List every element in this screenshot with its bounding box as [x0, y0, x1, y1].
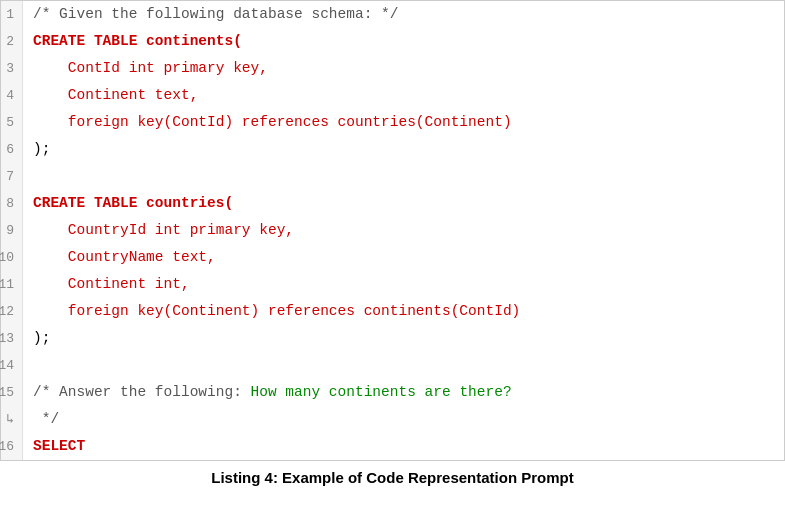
line-number: 9: [1, 217, 23, 244]
code-line: 9 CountryId int primary key,: [1, 217, 784, 244]
line-number: 5: [1, 109, 23, 136]
line-content: CREATE TABLE continents(: [23, 28, 784, 55]
line-number: 12: [1, 298, 23, 325]
line-number: ↳: [1, 406, 23, 433]
code-line: 15/* Answer the following: How many cont…: [1, 379, 784, 406]
code-line: 13);: [1, 325, 784, 352]
line-number: 16: [1, 433, 23, 460]
line-content: [23, 352, 784, 379]
code-line: 10 CountryName text,: [1, 244, 784, 271]
line-content: */: [23, 406, 784, 433]
line-number: 8: [1, 190, 23, 217]
code-line: 11 Continent int,: [1, 271, 784, 298]
line-content: ContId int primary key,: [23, 55, 784, 82]
code-line: 12 foreign key(Continent) references con…: [1, 298, 784, 325]
code-container: 1/* Given the following database schema:…: [0, 0, 785, 461]
code-line: 6);: [1, 136, 784, 163]
line-content: );: [23, 325, 784, 352]
line-content: CountryId int primary key,: [23, 217, 784, 244]
line-number: 10: [1, 244, 23, 271]
line-number: 3: [1, 55, 23, 82]
line-content: foreign key(ContId) references countries…: [23, 109, 784, 136]
code-line: 2CREATE TABLE continents(: [1, 28, 784, 55]
line-content: Continent text,: [23, 82, 784, 109]
line-number: 11: [1, 271, 23, 298]
code-line: 14: [1, 352, 784, 379]
code-line: 8CREATE TABLE countries(: [1, 190, 784, 217]
line-content: );: [23, 136, 784, 163]
line-content: /* Answer the following: How many contin…: [23, 379, 784, 406]
code-line: 16SELECT: [1, 433, 784, 460]
code-line: 4 Continent text,: [1, 82, 784, 109]
code-line: 3 ContId int primary key,: [1, 55, 784, 82]
line-content: SELECT: [23, 433, 784, 460]
line-content: Continent int,: [23, 271, 784, 298]
code-line: 1/* Given the following database schema:…: [1, 1, 784, 28]
code-block: 1/* Given the following database schema:…: [1, 1, 784, 460]
line-number: 14: [1, 352, 23, 379]
code-line: 5 foreign key(ContId) references countri…: [1, 109, 784, 136]
line-content: [23, 163, 784, 190]
line-content: /* Given the following database schema: …: [23, 1, 784, 28]
line-number: 7: [1, 163, 23, 190]
line-number: 13: [1, 325, 23, 352]
line-number: 4: [1, 82, 23, 109]
code-line: 7: [1, 163, 784, 190]
line-number: 2: [1, 28, 23, 55]
line-number: 6: [1, 136, 23, 163]
code-line: ↳ */: [1, 406, 784, 433]
line-content: foreign key(Continent) references contin…: [23, 298, 784, 325]
line-number: 15: [1, 379, 23, 406]
line-content: CountryName text,: [23, 244, 784, 271]
line-number: 1: [1, 1, 23, 28]
line-content: CREATE TABLE countries(: [23, 190, 784, 217]
caption: Listing 4: Example of Code Representatio…: [0, 461, 785, 490]
